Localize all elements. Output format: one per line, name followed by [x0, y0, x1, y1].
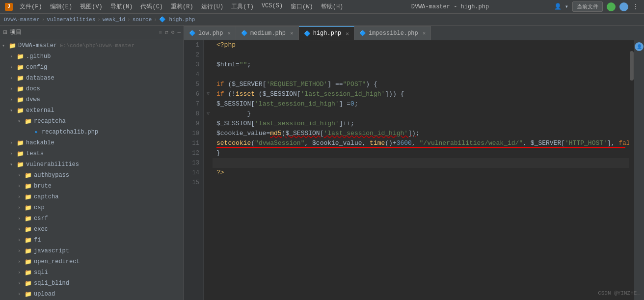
collapse-arrow: › — [18, 248, 25, 254]
sidebar-item-captcha[interactable]: ›📁captcha — [0, 191, 184, 202]
sidebar-item-csrf[interactable]: ›📁csrf — [0, 213, 184, 224]
folder-icon: 📁 — [17, 139, 25, 147]
sidebar-tree[interactable]: ▾📁DVWA-masterE:\code\php\DVWA-master›📁.g… — [0, 39, 184, 300]
code-content[interactable]: <?php $html = ""; if ($_SERVER['REQUEST_… — [213, 40, 629, 300]
debug-button[interactable] — [619, 2, 628, 11]
folder-icon: 📁 — [25, 247, 32, 255]
collapse-arrow: › — [18, 205, 25, 211]
sidebar-item-recaptchalib[interactable]: 🔹recaptchalib.php — [0, 127, 184, 137]
menu-window[interactable]: 窗口(W) — [288, 1, 316, 12]
menu-code[interactable]: 代码(C) — [137, 1, 166, 12]
sidebar-item-vulnerabilities[interactable]: ▾📁vulnerabilities — [0, 159, 184, 170]
menu-file[interactable]: 文件(F) — [17, 1, 45, 12]
tree-label: javascript — [34, 247, 69, 254]
code-line-2[interactable] — [213, 50, 629, 60]
breadcrumb-filename[interactable]: 🔷 high.php — [159, 16, 195, 23]
collapse-arrow: › — [18, 270, 25, 275]
menu-edit[interactable]: 编辑(E) — [47, 1, 76, 12]
code-line-5[interactable]: if ($_SERVER['REQUEST_METHOD'] == "POST"… — [213, 80, 629, 89]
menu-run[interactable]: 运行(U) — [198, 1, 227, 12]
code-line-7[interactable]: $_SESSION['last_session_id_high'] = 0; — [213, 99, 629, 109]
code-line-8[interactable]: } — [213, 109, 629, 119]
sidebar-item-fi[interactable]: ›📁fi — [0, 235, 184, 245]
folder-icon: 📁 — [17, 85, 25, 93]
sidebar-item-config[interactable]: ›📁config — [0, 62, 184, 73]
code-line-1[interactable]: <?php — [213, 40, 629, 50]
tab-medium[interactable]: 🔷 medium.php ✕ — [236, 26, 299, 40]
run-button[interactable] — [607, 2, 616, 11]
collapse-arrow: › — [18, 259, 25, 265]
sidebar-item-brute[interactable]: ›📁brute — [0, 181, 184, 191]
sidebar-item-dvwa-master[interactable]: ▾📁DVWA-masterE:\code\php\DVWA-master — [0, 40, 184, 51]
current-file-button[interactable]: 当前文件 — [572, 1, 603, 12]
line-number-11: 11 — [184, 138, 199, 148]
menu-vcs[interactable]: VCS(S) — [259, 1, 286, 12]
gutter-9 — [204, 119, 213, 129]
menu-view[interactable]: 视图(V) — [77, 1, 106, 12]
menu-tools[interactable]: 工具(T) — [228, 1, 257, 12]
sidebar-item-recaptcha[interactable]: ▾📁recaptcha — [0, 116, 184, 127]
sidebar-item-tests[interactable]: ›📁tests — [0, 148, 184, 159]
tab-impossible[interactable]: 🔷 impossible.php ✕ — [354, 26, 431, 40]
code-line-3[interactable]: $html = ""; — [213, 60, 629, 70]
sidebar-settings-icon[interactable]: ⊞ — [3, 28, 7, 36]
line-numbers: 123456789101112131415 — [184, 40, 204, 300]
collapse-arrow: › — [10, 140, 17, 146]
sidebar-item-authbypass[interactable]: ›📁authbypass — [0, 170, 184, 181]
line-number-13: 13 — [184, 158, 199, 168]
line-number-12: 12 — [184, 148, 199, 158]
tab-low[interactable]: 🔷 low.php ✕ — [184, 26, 236, 40]
breadcrumb-part-3[interactable]: source — [133, 17, 152, 23]
code-line-10[interactable]: $cookie_value = md5($_SESSION['last_sess… — [213, 129, 629, 138]
code-line-13[interactable] — [213, 158, 629, 168]
tab-high[interactable]: 🔷 high.php ✕ — [299, 26, 354, 40]
menu-navigate[interactable]: 导航(N) — [107, 1, 136, 12]
tab-file-icon: 🔷 — [359, 30, 366, 36]
sidebar-item-hackable[interactable]: ›📁hackable — [0, 137, 184, 148]
sidebar-item-csp[interactable]: ›📁csp — [0, 202, 184, 213]
sidebar-item-sqli[interactable]: ›📁sqli — [0, 267, 184, 278]
scrollbar-right[interactable] — [629, 40, 634, 300]
tab-close-button[interactable]: ✕ — [346, 30, 349, 37]
code-line-4[interactable] — [213, 70, 629, 80]
sidebar-item-external[interactable]: ▾📁external — [0, 105, 184, 116]
menu-refactor[interactable]: 重构(R) — [168, 1, 196, 12]
tab-close-button[interactable]: ✕ — [423, 30, 426, 36]
scrollbar-thumb[interactable] — [630, 51, 634, 81]
breadcrumb-part-1[interactable]: vulnerabilities — [47, 17, 95, 23]
tab-label: low.php — [198, 30, 223, 37]
profile-icon[interactable]: 👤 ▾ — [554, 3, 568, 10]
code-line-11[interactable]: setcookie("dvwaSession", $cookie_value, … — [213, 138, 629, 148]
sidebar-item-javascript[interactable]: ›📁javascript — [0, 245, 184, 256]
code-line-6[interactable]: if (!isset ($_SESSION['last_session_id_h… — [213, 89, 629, 99]
sidebar-gear-icon[interactable]: ⚙ — [171, 29, 175, 35]
collapse-arrow: › — [18, 281, 25, 286]
sidebar-minimize-icon[interactable]: — — [177, 29, 181, 35]
sidebar-item-dvwa[interactable]: ›📁dvwa — [0, 94, 184, 105]
tree-label: sqli_blind — [34, 280, 69, 287]
sidebar-item-database[interactable]: ›📁database — [0, 73, 184, 83]
code-line-14[interactable]: ?> — [213, 168, 629, 178]
sidebar-collapse-icon[interactable]: ≡ — [159, 29, 162, 35]
right-panel: 👤 — [634, 40, 644, 300]
breadcrumb-part-2[interactable]: weak_id — [103, 17, 125, 23]
more-options-icon[interactable]: ⋮ — [632, 2, 639, 11]
sidebar-item-github[interactable]: ›📁.github — [0, 51, 184, 62]
sidebar-sync-icon[interactable]: ⇄ — [165, 29, 168, 35]
code-line-15[interactable] — [213, 178, 629, 188]
folder-icon: 📁 — [25, 172, 32, 179]
sidebar-item-upload[interactable]: ›📁upload — [0, 289, 184, 300]
folder-icon: 📁 — [25, 118, 32, 125]
tab-close-button[interactable]: ✕ — [290, 30, 294, 36]
sidebar-item-docs[interactable]: ›📁docs — [0, 83, 184, 94]
sidebar-item-sqli_blind[interactable]: ›📁sqli_blind — [0, 278, 184, 289]
breadcrumb-part-0[interactable]: DVWA-master — [4, 17, 40, 23]
menu-bar: 文件(F) 编辑(E) 视图(V) 导航(N) 代码(C) 重构(R) 运行(U… — [17, 1, 346, 12]
sidebar-item-open_redirect[interactable]: ›📁open_redirect — [0, 256, 184, 267]
code-line-12[interactable]: } — [213, 148, 629, 158]
sidebar-item-exec[interactable]: ›📁exec — [0, 224, 184, 235]
tab-close-button[interactable]: ✕ — [227, 30, 231, 36]
menu-help[interactable]: 帮助(H) — [318, 1, 347, 12]
avatar[interactable]: 👤 — [635, 42, 644, 51]
code-line-9[interactable]: $_SESSION['last_session_id_high']++; — [213, 119, 629, 129]
